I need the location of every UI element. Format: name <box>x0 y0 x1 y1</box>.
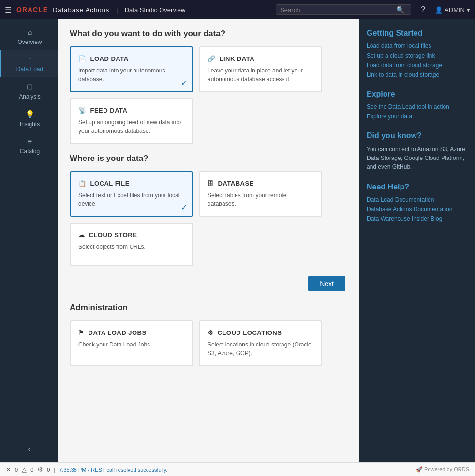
card-load-data-title: 📄 LOAD DATA <box>78 55 184 62</box>
app-name: Database Actions <box>53 6 109 14</box>
card-link-data-desc: Leave your data in place and let your au… <box>208 66 313 84</box>
what-section-title: What do you want to do with your data? <box>70 29 347 39</box>
load-data-icon: 📄 <box>78 55 87 62</box>
search-icon: 🔍 <box>396 6 404 14</box>
did-you-know-title: Did you know? <box>367 131 467 140</box>
explore-title: Explore <box>367 90 467 99</box>
sidebar-label-data-load: Data Load <box>16 66 43 72</box>
next-button[interactable]: Next <box>308 276 345 291</box>
cloud-store-icon: ☁ <box>78 231 85 239</box>
card-data-load-jobs[interactable]: ⚑ DATA LOAD JOBS Check your Data Load Jo… <box>70 320 193 366</box>
powered-by: Powered by ORDS <box>424 466 469 472</box>
did-you-know-text: You can connect to Amazon S3, Azure Data… <box>367 145 467 171</box>
admin-section-title: Administration <box>70 303 347 313</box>
sidebar-item-catalog[interactable]: ≡ Catalog <box>0 132 58 159</box>
card-cloud-store-desc: Select objects from URLs. <box>78 243 184 251</box>
card-feed-data[interactable]: 📡 FEED DATA Set up an ongoing feed of ne… <box>70 98 193 144</box>
collapse-icon: ‹ <box>28 446 30 453</box>
link-data-load-action[interactable]: See the Data Load tool in action <box>367 103 467 110</box>
admin-cards-grid: ⚑ DATA LOAD JOBS Check your Data Load Jo… <box>70 320 347 366</box>
card-cloud-locations-title: ⚙ CLOUD LOCATIONS <box>208 329 313 336</box>
card-local-file-desc: Select text or Excel files from your loc… <box>78 191 184 208</box>
link-db-actions-doc[interactable]: Database Actions Documentation <box>367 206 467 213</box>
card-data-load-jobs-title: ⚑ DATA LOAD JOBS <box>78 329 184 336</box>
link-data-load-doc[interactable]: Data Load Documentation <box>367 196 467 203</box>
upload-icon: ↑ <box>28 55 32 64</box>
sidebar: ⌂ Overview ↑ Data Load ⊞ Analysis 💡 Insi… <box>0 19 58 462</box>
statusbar-right: 🚀 Powered by ORDS <box>416 466 469 473</box>
link-load-local[interactable]: Load data from local files <box>367 43 467 49</box>
warning-count: 0 <box>30 467 33 473</box>
link-data-icon: 🔗 <box>208 55 216 62</box>
sidebar-label-overview: Overview <box>17 39 42 45</box>
status-separator: | <box>54 467 55 473</box>
administration-section: Administration ⚑ DATA LOAD JOBS Check yo… <box>70 303 347 366</box>
card-feed-data-title: 📡 FEED DATA <box>78 107 184 114</box>
sidebar-label-analysis: Analysis <box>19 93 41 100</box>
card-local-file[interactable]: 📋 LOCAL FILE Select text or Excel files … <box>70 171 193 217</box>
error-count: 0 <box>15 467 18 473</box>
menu-icon[interactable]: ☰ <box>5 5 12 14</box>
sidebar-item-analysis[interactable]: ⊞ Analysis <box>0 77 58 105</box>
page-title: Data Studio Overview <box>125 6 186 14</box>
card-load-data-desc: Import data into your autonomous databas… <box>78 66 184 84</box>
card-cloud-locations[interactable]: ⚙ CLOUD LOCATIONS Select locations in cl… <box>199 320 322 366</box>
need-help-title: Need Help? <box>367 183 467 191</box>
card-local-file-title: 📋 LOCAL FILE <box>78 180 184 187</box>
need-help-section: Need Help? Data Load Documentation Datab… <box>367 183 467 222</box>
content-area: What do you want to do with your data? 📄… <box>58 19 359 462</box>
user-icon: 👤 <box>435 6 443 14</box>
rocket-icon: 🚀 <box>416 466 423 472</box>
what-cards-grid: 📄 LOAD DATA Import data into your autono… <box>70 46 347 144</box>
catalog-icon: ≡ <box>28 137 32 146</box>
lightbulb-icon: 💡 <box>25 110 35 119</box>
data-load-jobs-icon: ⚑ <box>78 329 85 336</box>
sidebar-label-catalog: Catalog <box>20 148 40 155</box>
user-chevron-icon: ▾ <box>467 6 470 14</box>
explore-section: Explore See the Data Load tool in action… <box>367 90 467 120</box>
sidebar-item-overview[interactable]: ⌂ Overview <box>0 23 58 50</box>
link-load-cloud[interactable]: Load data from cloud storage <box>367 62 467 69</box>
sidebar-item-insights[interactable]: 💡 Insights <box>0 105 58 132</box>
load-data-check-icon: ✓ <box>181 78 187 87</box>
link-link-cloud[interactable]: Link to data in cloud storage <box>367 72 467 78</box>
card-cloud-store[interactable]: ☁ CLOUD STORE Select objects from URLs. <box>70 223 193 266</box>
sidebar-collapse-button[interactable]: ‹ <box>0 440 58 459</box>
local-file-icon: 📋 <box>78 180 87 187</box>
right-panel: Getting Started Load data from local fil… <box>359 19 475 462</box>
where-cards-grid: 📋 LOCAL FILE Select text or Excel files … <box>70 171 347 266</box>
gear-status-icon: ⚙ <box>37 466 43 473</box>
card-link-data[interactable]: 🔗 LINK DATA Leave your data in place and… <box>199 46 322 92</box>
main-layout: ⌂ Overview ↑ Data Load ⊞ Analysis 💡 Insi… <box>0 19 475 462</box>
grid-icon: ⊞ <box>27 82 33 91</box>
oracle-logo: ORACLE <box>16 6 48 14</box>
search-box[interactable]: 🔍 <box>276 4 411 15</box>
user-menu[interactable]: 👤 ADMIN ▾ <box>435 6 470 14</box>
card-link-data-title: 🔗 LINK DATA <box>208 55 313 62</box>
user-label: ADMIN <box>445 6 465 14</box>
statusbar-left: ✕ 0 △ 0 ⚙ 0 | 7:35:38 PM - REST call res… <box>6 466 167 473</box>
link-warehouse-blog[interactable]: Data Warehouse Insider Blog <box>367 216 467 222</box>
sidebar-label-insights: Insights <box>20 121 40 128</box>
topbar: ☰ ORACLE Database Actions | Data Studio … <box>0 0 475 19</box>
card-cloud-locations-desc: Select locations in cloud storage (Oracl… <box>208 340 313 358</box>
sidebar-item-data-load[interactable]: ↑ Data Load <box>0 50 58 77</box>
card-database-title: 🗄 DATABASE <box>208 180 313 187</box>
card-load-data[interactable]: 📄 LOAD DATA Import data into your autono… <box>70 46 193 92</box>
nav-separator: | <box>116 6 118 14</box>
link-explore-data[interactable]: Explore your data <box>367 113 467 120</box>
error-icon: ✕ <box>6 466 11 473</box>
card-database[interactable]: 🗄 DATABASE Select tables from your remot… <box>199 171 322 217</box>
statusbar: ✕ 0 △ 0 ⚙ 0 | 7:35:38 PM - REST call res… <box>0 462 475 476</box>
card-database-desc: Select tables from your remote databases… <box>208 191 313 208</box>
help-icon[interactable]: ? <box>421 5 425 14</box>
did-you-know-section: Did you know? You can connect to Amazon … <box>367 131 467 171</box>
card-feed-data-desc: Set up an ongoing feed of new data into … <box>78 118 184 135</box>
search-input[interactable] <box>280 6 396 14</box>
link-cloud-storage-link[interactable]: Set up a cloud storage link <box>367 52 467 59</box>
getting-started-section: Getting Started Load data from local fil… <box>367 29 467 78</box>
next-row: Next <box>70 276 347 291</box>
status-text[interactable]: 7:35:38 PM - REST call resolved successf… <box>59 467 167 473</box>
feed-data-icon: 📡 <box>78 107 87 114</box>
card-data-load-jobs-desc: Check your Data Load Jobs. <box>78 340 184 349</box>
